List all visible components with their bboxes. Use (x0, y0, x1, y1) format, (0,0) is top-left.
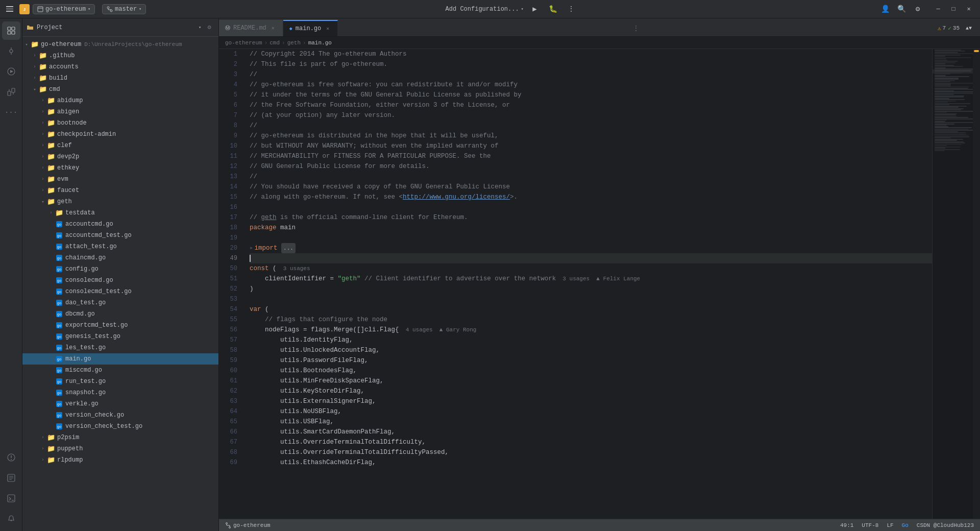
breadcrumb-geth[interactable]: geth (287, 40, 301, 46)
activity-notifications[interactable] (2, 510, 20, 528)
tree-item-exportcmd-test[interactable]: ›goexportcmd_test.go (22, 320, 218, 331)
status-file-type[interactable]: Go (900, 522, 911, 528)
fold-arrow-icon[interactable]: ▸ (250, 243, 254, 253)
line-number: 14 (219, 182, 237, 192)
tree-item-dbcmd[interactable]: ›godbcmd.go (22, 308, 218, 320)
tree-item-cmd[interactable]: ▾ 📁 cmd (22, 84, 218, 95)
maximize-button[interactable]: □ (946, 2, 961, 16)
status-encoding[interactable]: UTF-8 (860, 522, 880, 528)
sidebar-settings-btn[interactable]: ⚙ (204, 22, 214, 33)
tree-item-config[interactable]: ›goconfig.go (22, 263, 218, 275)
tree-item-p2psim[interactable]: ›📁p2psim (22, 432, 218, 443)
go-file-icon: go (55, 355, 63, 363)
tree-expand-icon: › (39, 456, 47, 464)
tree-item-testdata[interactable]: ›📁testdata (22, 207, 218, 219)
text-cursor (250, 255, 251, 262)
search-icon[interactable]: 🔍 (894, 2, 909, 16)
tree-item-misccmd[interactable]: ›gomisccmd.go (22, 365, 218, 376)
tree-item-attach-test[interactable]: ›goattach_test.go (22, 241, 218, 252)
tree-item-chaincmd[interactable]: ›gochaincmd.go (22, 252, 218, 263)
branch-dropdown[interactable]: master ▾ (102, 4, 146, 14)
tree-item-accountcmd[interactable]: ›goaccountcmd.go (22, 219, 218, 230)
tree-expand-icon: › (39, 175, 47, 183)
tree-item-abidump[interactable]: ›📁abidump (22, 95, 218, 106)
tree-item-maingo[interactable]: ›gomain.go (22, 353, 218, 365)
tab-close-button[interactable]: ✕ (324, 25, 331, 32)
tree-item-les-test[interactable]: ›goles_test.go (22, 342, 218, 353)
code-line: // go-ethereum is distributed in the hop… (250, 131, 932, 141)
minimap-line (935, 74, 950, 75)
minimize-button[interactable]: ─ (931, 2, 945, 16)
activity-terminal[interactable] (2, 489, 20, 508)
tab-maingo[interactable]: ◆ main.go ✕ (283, 20, 338, 36)
run-icon (7, 67, 16, 76)
tree-item-consolecmd-test[interactable]: ›goconsolecmd_test.go (22, 286, 218, 297)
folder-icon: 📁 (47, 175, 55, 183)
tree-item-puppeth[interactable]: ›📁puppeth (22, 443, 218, 454)
settings-icon[interactable]: ⚙ (911, 2, 925, 16)
tree-item-accounts[interactable]: › 📁 accounts (22, 61, 218, 73)
tree-item-consolecmd[interactable]: ›goconsolecmd.go (22, 275, 218, 286)
menu-icon[interactable] (4, 3, 16, 15)
tree-item-ethkey[interactable]: ›📁ethkey (22, 162, 218, 174)
tree-root-folder[interactable]: ▾ 📁 go-ethereum D:\UnrealProjects\go-eth… (22, 39, 218, 50)
tree-item-snapshot[interactable]: ›gosnapshot.go (22, 387, 218, 398)
tree-item-genesis-test[interactable]: ›gogenesis_test.go (22, 331, 218, 342)
tree-item-bootnode[interactable]: ›📁bootnode (22, 117, 218, 129)
user-icon[interactable]: 👤 (878, 2, 892, 16)
code-area[interactable]: // Copyright 2014 The go-ethereum Author… (243, 49, 932, 519)
minimap-line (935, 125, 947, 126)
line-number: 58 (219, 345, 237, 355)
tree-item-version-check[interactable]: ›goversion_check.go (22, 409, 218, 421)
code-line: utils.KeyStoreDirFlag, (250, 386, 932, 396)
breadcrumb-maingo[interactable]: main.go (308, 40, 332, 46)
tab-more-button[interactable]: ⋮ (629, 20, 643, 36)
tree-item-clef[interactable]: ›📁clef (22, 140, 218, 151)
project-dropdown[interactable]: go-ethereum ▾ (33, 4, 95, 14)
activity-more[interactable]: ··· (2, 103, 20, 122)
tree-item-evm[interactable]: ›📁evm (22, 174, 218, 185)
activity-todo[interactable] (2, 469, 20, 487)
tab-close-button[interactable]: ✕ (270, 25, 277, 32)
svg-point-71 (229, 526, 231, 528)
activity-project[interactable] (2, 21, 20, 40)
tree-item-dao-test[interactable]: ›godao_test.go (22, 297, 218, 308)
tree-item-github[interactable]: › 📁 .github (22, 50, 218, 61)
activity-commit[interactable] (2, 42, 20, 60)
more-run-options[interactable]: ⋮ (564, 2, 578, 16)
tree-root-path: D:\UnrealProjects\go-ethereum (84, 41, 182, 47)
activity-problems[interactable] (2, 448, 20, 467)
breadcrumb-go-ethereum[interactable]: go-ethereum (225, 40, 262, 46)
code-line: utils.USBFlag, (250, 417, 932, 427)
tab-maingo-label: main.go (296, 25, 321, 32)
tree-item-accountcmd-test[interactable]: ›goaccountcmd_test.go (22, 230, 218, 241)
minimap-line (935, 114, 956, 115)
sidebar-header: Project ▾ ⚙ (22, 18, 218, 37)
svg-text:go: go (57, 268, 61, 272)
tree-item-faucet[interactable]: ›📁faucet (22, 185, 218, 196)
tree-item-run-test[interactable]: ›gorun_test.go (22, 376, 218, 387)
breadcrumb-cmd[interactable]: cmd (270, 40, 280, 46)
tree-item-checkpoint-admin[interactable]: ›📁checkpoint-admin (22, 129, 218, 140)
close-button[interactable]: ✕ (962, 2, 976, 16)
activity-run[interactable] (2, 62, 20, 81)
warning-icon: ⚠ (938, 25, 941, 32)
tree-item-devp2p[interactable]: ›📁devp2p (22, 151, 218, 162)
status-position[interactable]: 49:1 (838, 522, 855, 528)
branch-icon (107, 6, 113, 12)
tree-item-build[interactable]: › 📁 build (22, 73, 218, 84)
status-line-sep[interactable]: LF (885, 522, 895, 528)
status-branch[interactable]: go-ethereum (223, 522, 273, 528)
tree-item-rlpdump[interactable]: ›📁rlpdump (22, 454, 218, 466)
plugin-icon (7, 87, 16, 96)
tree-item-version-check-test[interactable]: ›goversion_check_test.go (22, 421, 218, 432)
tree-item-verkle[interactable]: ›goverkle.go (22, 398, 218, 409)
tree-item-abigen[interactable]: ›📁abigen (22, 106, 218, 117)
run-config[interactable]: Add Configuration... ▾ (446, 6, 524, 13)
tab-readme[interactable]: Ⓜ README.md ✕ (219, 20, 283, 36)
tree-item-geth[interactable]: ▾📁geth (22, 196, 218, 207)
expand-toggle-button[interactable]: ▲▼ (962, 21, 976, 35)
activity-plugins[interactable] (2, 83, 20, 101)
run-button[interactable]: ▶ (527, 2, 542, 16)
debug-button[interactable]: 🐛 (546, 2, 560, 16)
